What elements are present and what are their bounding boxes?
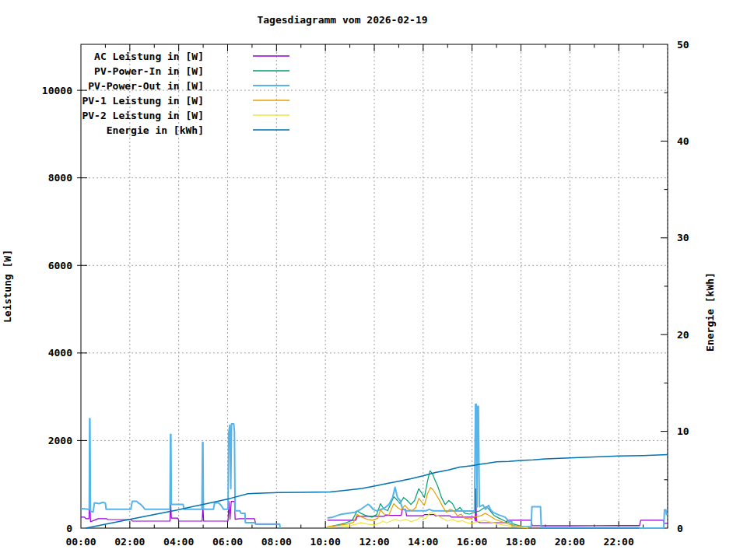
series-pv1 — [328, 488, 528, 528]
legend-label: PV-1 Leistung in [W] — [82, 95, 204, 107]
y2-tick-label: 20 — [677, 329, 689, 341]
legend-label: Energie in [kWh] — [107, 124, 204, 136]
y-tick-label: 2000 — [48, 435, 72, 446]
legend-label: PV-Power-In in [W] — [94, 65, 204, 77]
x-tick-label: 06:00 — [212, 536, 243, 548]
y-tick-label: 10000 — [42, 85, 72, 96]
x-tick-label: 00:00 — [65, 536, 96, 548]
series-pv_out — [81, 418, 280, 528]
x-tick-label: 18:00 — [506, 536, 536, 548]
x-tick-label: 10:00 — [310, 536, 341, 548]
legend-item: Energie in [kWh] — [107, 124, 289, 136]
legend-label: PV-2 Leistung in [W] — [82, 110, 204, 121]
x-tick-label: 12:00 — [359, 536, 389, 548]
x-tick-label: 02:00 — [114, 536, 145, 548]
y-tick-label: 0 — [66, 523, 72, 534]
x-tick-label: 22:00 — [604, 536, 634, 548]
x-tick-label: 16:00 — [457, 536, 487, 548]
chart-title: Tagesdiagramm vom 2026-02-19 — [257, 14, 427, 26]
legend-label: PV-Power-Out in [W] — [88, 80, 204, 92]
legend-label: AC Leistung in [W] — [94, 51, 204, 62]
y2-tick-label: 0 — [677, 523, 683, 534]
y2-tick-label: 40 — [677, 135, 689, 147]
series-pv_out — [328, 404, 668, 528]
x-tick-label: 04:00 — [163, 536, 194, 548]
y2-tick-label: 10 — [677, 425, 689, 437]
left-axis-title: Leistung [W] — [2, 250, 13, 323]
x-tick-label: 14:00 — [408, 536, 438, 548]
series-energie — [86, 455, 668, 529]
chart-canvas: 00:0002:0004:0006:0008:0010:0012:0014:00… — [0, 0, 747, 560]
right-axis-title: Energie [kWh] — [704, 272, 716, 352]
x-tick-label: 08:00 — [261, 536, 292, 548]
y-tick-label: 8000 — [48, 172, 72, 184]
legend: AC Leistung in [W]PV-Power-In in [W]PV-P… — [82, 51, 289, 136]
legend-item: PV-2 Leistung in [W] — [82, 110, 289, 121]
y2-tick-label: 30 — [677, 232, 689, 243]
x-tick-label: 20:00 — [555, 536, 585, 548]
legend-item: PV-Power-Out in [W] — [88, 80, 289, 92]
tagesdiagramm-chart: 00:0002:0004:0006:0008:0010:0012:0014:00… — [0, 0, 747, 560]
y-tick-label: 4000 — [48, 347, 72, 359]
y-tick-label: 6000 — [48, 260, 72, 271]
legend-item: AC Leistung in [W] — [94, 51, 289, 62]
legend-item: PV-Power-In in [W] — [94, 65, 289, 77]
legend-item: PV-1 Leistung in [W] — [82, 95, 289, 107]
series-pv_in — [328, 471, 528, 528]
y2-tick-label: 50 — [677, 39, 689, 51]
